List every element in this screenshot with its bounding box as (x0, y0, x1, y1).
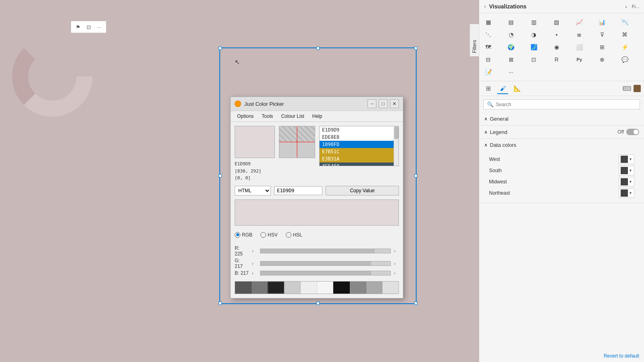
viz-r-visual[interactable]: R (551, 54, 562, 65)
menu-help[interactable]: Help (309, 113, 326, 120)
slider-g-row: G: 217 ‹ › (235, 258, 399, 269)
more-toolbar-btn[interactable]: ··· (95, 23, 103, 31)
close-btn[interactable]: ✕ (390, 99, 399, 108)
color-picker-dialog[interactable]: Just Color Picker − □ ✕ Options Tools Co… (230, 97, 403, 298)
history-item-5[interactable]: 3F5460 (320, 162, 394, 166)
tab-build[interactable]: ⊞ (483, 83, 494, 94)
viz-gauge[interactable]: ◉ (551, 41, 562, 53)
panel-collapse-arrow[interactable]: ‹ (484, 4, 486, 9)
swatch-2[interactable] (268, 282, 284, 294)
viz-card[interactable]: ⬜ (574, 41, 585, 53)
viz-100-bar[interactable]: ▧ (551, 16, 562, 28)
swatch-5[interactable] (317, 282, 334, 294)
history-item-3[interactable]: E7B51C (320, 148, 394, 155)
slider-b-right[interactable]: › (394, 271, 399, 276)
format-input[interactable] (274, 186, 322, 195)
section-general-header[interactable]: ∧ General (479, 113, 644, 125)
focus-toolbar-btn[interactable]: ⊡ (84, 23, 93, 31)
copy-value-btn[interactable]: Copy Value (326, 186, 399, 195)
swatch-6[interactable] (333, 282, 350, 294)
swatch-4[interactable] (301, 282, 317, 294)
radio-hsl[interactable]: HSL (286, 232, 302, 238)
swatch-9[interactable] (382, 282, 398, 294)
history-item-2[interactable]: 1890FD (320, 141, 394, 148)
slider-b-track[interactable] (260, 271, 391, 276)
slider-r-left[interactable]: ‹ (252, 249, 257, 253)
viz-scatter[interactable]: ⋱ (483, 29, 494, 40)
legend-toggle[interactable]: Off (617, 129, 639, 135)
viz-pie[interactable]: ◔ (506, 29, 517, 40)
color-hex-value: E1D9D9 (235, 160, 275, 168)
history-item-0[interactable]: E1D9D9 (320, 126, 394, 134)
viz-combo[interactable]: 📉 (619, 16, 630, 28)
panel-expand-arrow[interactable]: › (623, 4, 628, 10)
viz-py[interactable]: Py (574, 54, 585, 65)
maximize-btn[interactable]: □ (379, 99, 388, 108)
brown-color-badge (634, 85, 641, 92)
section-legend-header[interactable]: ∧ Legend Off (479, 125, 644, 138)
viz-treemap[interactable]: ▪ (551, 29, 562, 40)
viz-waterfall[interactable]: ≣ (574, 29, 585, 40)
search-input[interactable] (496, 102, 636, 107)
minimize-btn[interactable]: − (367, 99, 376, 108)
radio-hsv[interactable]: HSV (260, 232, 278, 238)
swatch-0[interactable] (235, 282, 252, 294)
viz-decomp[interactable]: ⊗ (597, 54, 608, 65)
viz-grouped-bar[interactable]: ▤ (506, 16, 517, 28)
slider-r-right[interactable]: › (394, 249, 399, 253)
filters-tab[interactable]: Filters (470, 24, 479, 56)
slider-r-label: R: 225 (235, 245, 249, 257)
color-swatch-btn-northeast[interactable]: ▼ (619, 188, 634, 198)
viz-ribbon[interactable]: ⌘ (619, 29, 630, 40)
swatch-3[interactable] (284, 282, 301, 294)
menu-tools[interactable]: Tools (258, 113, 276, 120)
viz-funnel[interactable]: ⊽ (597, 29, 608, 40)
color-history-list[interactable]: E1D9D9 EDE8E8 1890FD E7B51C E3B31A 3F546… (319, 126, 399, 166)
tab-analytics[interactable]: 📐 (512, 83, 523, 94)
color-swatch-btn-midwest[interactable]: ▼ (619, 177, 634, 187)
swatch-7[interactable] (350, 282, 366, 294)
slider-g-left[interactable]: ‹ (252, 261, 257, 266)
viz-more[interactable]: ··· (506, 66, 517, 78)
viz-stacked-bar[interactable]: ▥ (528, 16, 539, 28)
color-swatch-btn-south[interactable]: ▼ (619, 166, 634, 175)
swatch-1[interactable] (252, 282, 268, 294)
filter-toolbar-btn[interactable]: ⚑ (74, 23, 83, 31)
radio-rgb[interactable]: RGB (235, 232, 252, 238)
viz-table[interactable]: ⊠ (506, 54, 517, 65)
viz-donut[interactable]: ◑ (528, 29, 539, 40)
swatch-8[interactable] (366, 282, 383, 294)
toggle-track[interactable] (626, 129, 639, 135)
menu-colour-list[interactable]: Colour List (278, 113, 307, 120)
viz-multirow[interactable]: ⊞ (597, 41, 608, 53)
menu-options[interactable]: Options (234, 113, 257, 120)
history-item-4[interactable]: E3B31A (320, 155, 394, 162)
slider-g-right[interactable]: › (394, 261, 399, 266)
format-select[interactable]: HTML RGB HSV HSL (235, 186, 271, 195)
viz-line[interactable]: 📈 (574, 16, 585, 28)
viz-bar-chart[interactable]: ▦ (483, 16, 494, 28)
slider-g-track[interactable] (260, 261, 391, 266)
crosshair-picker[interactable] (279, 126, 315, 158)
section-data-colors-header[interactable]: ∧ Data colors (479, 139, 644, 151)
slider-b-left[interactable]: ‹ (252, 271, 257, 276)
history-scrollthumb[interactable] (394, 127, 398, 139)
color-swatch-btn-west[interactable]: ▼ (619, 154, 634, 164)
viz-kpi[interactable]: ⚡ (619, 41, 630, 53)
history-scrollbar[interactable] (394, 126, 398, 166)
viz-nar[interactable]: 📝 (483, 66, 494, 78)
viz-filled-map[interactable]: 🌍 (506, 41, 517, 53)
viz-qa[interactable]: 💬 (619, 54, 630, 65)
viz-shape-map[interactable]: 🗾 (528, 41, 539, 53)
tab-format[interactable]: 🖌 (497, 83, 508, 94)
section-general-chevron: ∧ (484, 116, 487, 121)
viz-slicer[interactable]: ⊟ (483, 54, 494, 65)
viz-matrix[interactable]: ⊡ (528, 54, 539, 65)
slider-b-row: B: 217 ‹ › (235, 270, 399, 276)
revert-link[interactable]: Revert to default (479, 350, 644, 362)
history-item-1[interactable]: EDE8E8 (320, 134, 394, 141)
viz-area[interactable]: 📊 (597, 16, 608, 28)
slider-r-track[interactable] (260, 249, 391, 253)
color-label-northeast: Northeast (489, 190, 615, 196)
viz-map[interactable]: 🗺 (483, 41, 494, 53)
